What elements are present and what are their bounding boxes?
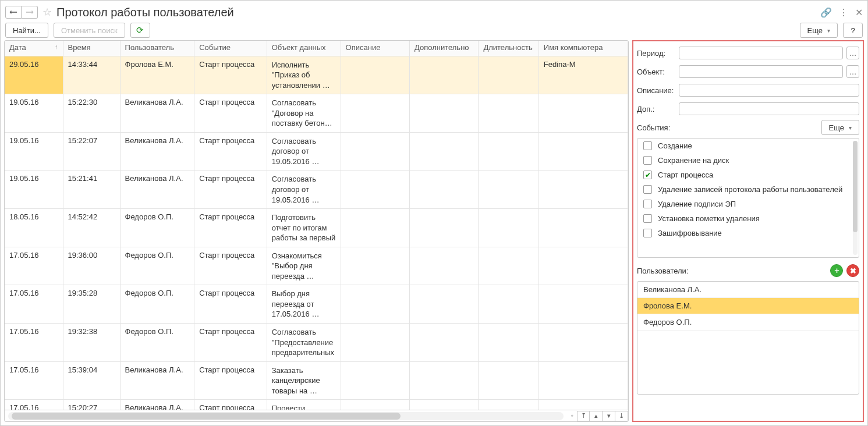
object-label: Объект: [637,68,675,76]
events-more-button[interactable]: Еще▾ [821,120,859,135]
add-label: Доп.: [637,105,675,113]
events-checklist: СозданиеСохранение на дискСтарт процесса… [637,138,859,258]
user-list-item[interactable]: Федоров О.П. [637,314,859,331]
user-list-item[interactable]: Великанова Л.А. [637,282,859,298]
refresh-button[interactable]: ⟳ [130,23,150,38]
col-dur[interactable]: Длительность [479,41,538,56]
checkbox-icon[interactable] [643,229,652,237]
add-input[interactable] [679,102,859,115]
event-type-item[interactable]: Сохранение на диск [637,153,859,168]
event-type-label: Удаление подписи ЭП [658,200,736,208]
col-user[interactable]: Пользователь [120,41,194,56]
table-header-row: Дата↑ Время Пользователь Событие Объект … [5,41,628,56]
table-row[interactable]: 17.05.1615:20:27Великанова Л.А.Старт про… [5,400,628,410]
col-time[interactable]: Время [63,41,120,56]
add-user-button[interactable]: ＋ [830,264,843,277]
page-title: Протокол работы пользователей [56,6,234,19]
period-picker-button[interactable]: … [846,47,859,59]
event-type-item[interactable]: Старт процесса [637,168,859,182]
descr-label: Описание: [637,86,675,95]
checkbox-icon[interactable] [643,171,652,179]
caret-down-icon: ▾ [849,125,852,131]
col-date[interactable]: Дата↑ [5,41,63,56]
user-list-item[interactable]: Фролова Е.М. [637,298,859,314]
event-type-item[interactable]: Зашифровывание [637,226,859,240]
table-row[interactable]: 17.05.1619:36:00Федоров О.П.Старт процес… [5,247,628,285]
remove-user-button[interactable]: ✖ [846,264,859,277]
table-row[interactable]: 19.05.1615:21:41Великанова Л.А.Старт про… [5,171,628,209]
col-object[interactable]: Объект данных [267,41,341,56]
caret-down-icon: ▾ [827,27,830,34]
event-type-label: Зашифровывание [658,229,722,237]
link-icon[interactable]: 🔗 [820,7,832,18]
vertical-scrollbar[interactable] [853,141,858,255]
col-event[interactable]: Событие [194,41,267,56]
checkbox-icon[interactable] [643,156,652,165]
scroll-up-button[interactable]: ▴ [590,411,603,421]
descr-input[interactable] [679,84,859,97]
event-type-item[interactable]: Установка пометки удаления [637,211,859,226]
checkbox-icon[interactable] [643,185,652,194]
table-row[interactable]: 18.05.1614:52:42Федоров О.П.Старт процес… [5,209,628,247]
event-type-item[interactable]: Удаление записей протокола работы пользо… [637,182,859,197]
event-type-label: Сохранение на диск [658,156,729,165]
nav-back-button[interactable]: 🠔 [5,6,22,19]
cancel-find-button: Отменить поиск [54,23,125,38]
event-type-label: Создание [658,141,692,150]
table-row[interactable]: 19.05.1615:22:07Великанова Л.А.Старт про… [5,132,628,171]
scroll-top-button[interactable]: ⤒ [577,411,590,421]
event-type-item[interactable]: Создание [637,139,859,153]
filter-panel: Период: … Объект: … Описание: Доп.: Собы… [632,40,864,422]
event-type-label: Старт процесса [658,171,713,179]
events-label: События: [637,123,670,132]
more-button[interactable]: Еще▾ [800,23,838,38]
scroll-down-button[interactable]: ▾ [603,411,615,421]
checkbox-icon[interactable] [643,214,652,223]
col-comp[interactable]: Имя компьютера [538,41,628,56]
event-type-label: Установка пометки удаления [658,214,760,223]
checkbox-icon[interactable] [643,141,652,150]
object-input[interactable] [679,65,843,78]
event-type-label: Удаление записей протокола работы пользо… [658,185,842,194]
col-add[interactable]: Дополнительно [409,41,478,56]
close-icon[interactable]: ✕ [855,7,863,18]
favorite-star-icon[interactable]: ☆ [42,6,52,19]
scroll-bottom-button[interactable]: ⤓ [615,411,628,421]
sort-asc-icon: ↑ [55,43,58,50]
table-row[interactable]: 17.05.1619:35:28Федоров О.П.Старт процес… [5,285,628,324]
table-row[interactable]: 19.05.1615:22:30Великанова Л.А.Старт про… [5,94,628,133]
users-list: Великанова Л.А.Фролова Е.М.Федоров О.П. [637,281,859,395]
users-label: Пользователи: [637,267,688,275]
period-input[interactable] [679,47,843,59]
table-row[interactable]: 29.05.1614:33:44Фролова Е.М.Старт процес… [5,56,628,94]
help-button[interactable]: ? [843,23,863,38]
col-descr[interactable]: Описание [341,41,409,56]
refresh-icon: ⟳ [136,25,144,36]
table-row[interactable]: 17.05.1615:39:04Великанова Л.А.Старт про… [5,361,628,400]
find-button[interactable]: Найти... [5,23,48,38]
checkbox-icon[interactable] [643,200,652,208]
nav-fwd-button[interactable]: 🠖 [22,6,38,19]
table-row[interactable]: 17.05.1619:32:38Федоров О.П.Старт процес… [5,323,628,361]
kebab-menu-icon[interactable]: ⋮ [839,7,848,18]
object-picker-button[interactable]: … [846,65,859,78]
event-type-item[interactable]: Удаление подписи ЭП [637,197,859,211]
period-label: Период: [637,49,675,58]
horizontal-scrollbar[interactable] [8,412,564,420]
